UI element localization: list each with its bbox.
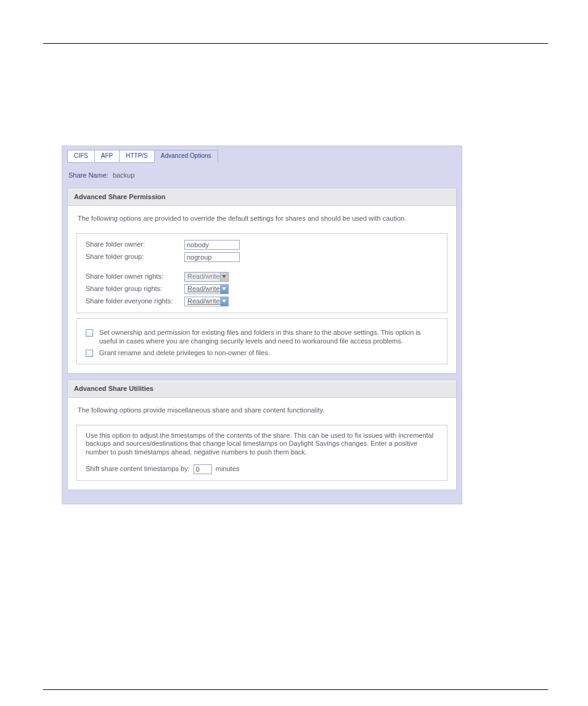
tab-https[interactable]: HTTP/S [119,150,155,163]
shift-timestamps-label: Shift share content timestamps by: [86,465,190,474]
share-name-row: Share Name: backup [68,171,457,180]
panel-advanced-share-utilities: Advanced Share Utilities The following o… [67,380,457,490]
horizontal-divider [43,689,548,690]
shift-timestamps-units: minutes [216,465,240,474]
label-folder-owner: Share folder owner: [86,240,184,249]
label-everyone-rights: Share folder everyone rights: [86,297,184,306]
settings-pane: CIFS AFP HTTP/S Advanced Options Share N… [62,146,462,504]
input-folder-group[interactable] [184,252,240,262]
chevron-down-icon[interactable] [220,297,228,306]
permission-form-box: Share folder owner: Share folder group: … [76,233,447,313]
label-group-rights: Share folder group rights: [86,285,184,293]
select-everyone-rights[interactable]: Read/write [184,297,229,306]
label-folder-group: Share folder group: [86,253,184,261]
utilities-box: Use this option to adjust the timestamps… [76,425,447,481]
select-group-rights[interactable]: Read/write [184,284,229,294]
panel-header-permission: Advanced Share Permission [68,189,456,206]
check-row-grant-non-owner: Grant rename and delete privileges to no… [86,349,438,358]
panel-desc-utilities: The following options provide miscellane… [68,398,456,421]
select-owner-rights-value: Read/write [185,273,220,281]
panel-desc-permission: The following options are provided to ov… [68,206,456,229]
checkbox-grant-non-owner[interactable] [86,350,93,357]
tab-afp[interactable]: AFP [94,150,120,163]
select-everyone-rights-value: Read/write [185,297,220,306]
tab-advanced-options[interactable]: Advanced Options [154,150,218,163]
tabs-bar: CIFS AFP HTTP/S Advanced Options [67,150,457,163]
input-shift-minutes[interactable] [194,464,212,474]
share-name-label: Share Name: [68,171,108,179]
label-owner-rights: Share folder owner rights: [86,273,184,281]
input-folder-owner[interactable] [184,240,240,250]
check-text-set-ownership: Set ownership and permission for existin… [99,329,438,346]
share-name-value: backup [113,171,134,179]
check-text-grant-non-owner: Grant rename and delete privileges to no… [99,349,438,358]
horizontal-divider [43,43,548,44]
panel-advanced-share-permission: Advanced Share Permission The following … [67,188,457,374]
chevron-down-icon [220,273,228,281]
select-owner-rights: Read/write [184,272,229,282]
check-row-set-ownership: Set ownership and permission for existin… [86,329,438,346]
select-group-rights-value: Read/write [185,285,220,293]
chevron-down-icon[interactable] [220,285,228,293]
panel-header-utilities: Advanced Share Utilities [68,380,456,398]
tab-cifs[interactable]: CIFS [67,150,95,163]
checkbox-set-ownership[interactable] [86,329,93,337]
shift-timestamps-row: Shift share content timestamps by: minut… [86,464,438,474]
permission-checks-box: Set ownership and permission for existin… [76,318,447,364]
utilities-box-desc: Use this option to adjust the timestamps… [86,432,438,457]
